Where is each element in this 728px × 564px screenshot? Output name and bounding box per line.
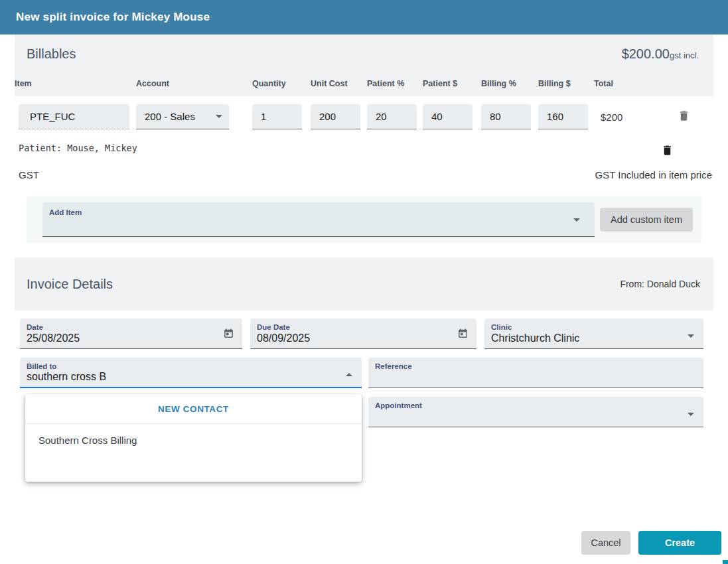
create-button[interactable]: Create [638, 531, 721, 555]
modal-title: New split invoice for Mickey Mouse [16, 11, 210, 24]
chevron-down-icon [216, 115, 222, 118]
calendar-icon[interactable] [457, 328, 469, 342]
modal-titlebar: New split invoice for Mickey Mouse [0, 0, 728, 35]
column-account: Account [136, 79, 252, 88]
due-date-value: 08/09/2025 [257, 332, 310, 344]
calendar-icon[interactable] [223, 328, 234, 342]
billables-section-header: Billables $200.00gst incl. Item Account … [15, 35, 713, 96]
patient-pct-input[interactable] [367, 104, 417, 129]
add-item-label: Add Item [49, 208, 82, 216]
chevron-down-icon [688, 334, 694, 338]
invoice-details-header: Invoice Details From: Donald Duck [15, 257, 713, 311]
patient-row: Patient: Mouse, Mickey [15, 129, 713, 160]
delete-split-button[interactable] [660, 143, 675, 160]
new-contact-button[interactable]: NEW CONTACT [25, 394, 362, 424]
column-quantity: Quantity [252, 79, 311, 88]
gst-label: GST [19, 169, 39, 180]
patient-label: Patient: Mouse, Mickey [19, 143, 137, 153]
background-corner-fragment [723, 560, 728, 564]
invoice-details-title: Invoice Details [27, 277, 113, 292]
due-date-field[interactable]: Due Date 08/09/2025 [250, 318, 476, 349]
total-amount: $200.00 [622, 46, 670, 61]
cancel-button[interactable]: Cancel [581, 531, 630, 555]
billing-pct-input[interactable] [481, 104, 531, 129]
quantity-input[interactable] [252, 104, 302, 129]
chevron-down-icon [688, 413, 694, 416]
add-item-bar: Add Item Add custom item [27, 196, 701, 243]
billed-to-value: southern cross B [27, 371, 106, 383]
trash-icon [661, 149, 674, 159]
due-date-label: Due Date [257, 323, 290, 331]
date-value: 25/08/2025 [27, 332, 80, 344]
billed-to-dropdown: NEW CONTACT Southern Cross Billing [25, 394, 362, 482]
account-select[interactable]: 200 - Sales [136, 104, 229, 129]
billables-column-headers: Item Account Quantity Unit Cost Patient … [15, 62, 713, 96]
column-item: Item [15, 79, 136, 88]
total-gst-suffix: gst incl. [670, 50, 699, 60]
add-custom-item-button[interactable]: Add custom item [600, 208, 693, 232]
appointment-select[interactable]: Appointment [368, 397, 703, 427]
column-patient-amt: Patient $ [423, 79, 481, 88]
unit-cost-input[interactable] [311, 104, 360, 129]
add-item-select[interactable]: Add Item [42, 202, 595, 237]
modal-footer: Cancel Create [581, 531, 721, 555]
invoice-details-form: Date 25/08/2025 Due Date 08/09/2025 Clin… [20, 318, 703, 427]
date-field[interactable]: Date 25/08/2025 [20, 318, 242, 349]
item-code-input[interactable] [19, 104, 129, 129]
appointment-label: Appointment [375, 401, 422, 409]
column-total: Total [594, 79, 654, 88]
clinic-select[interactable]: Clinic Christchurch Clinic [484, 318, 703, 349]
dropdown-option[interactable]: Southern Cross Billing [25, 424, 362, 446]
billed-to-field[interactable]: Billed to southern cross B [20, 358, 362, 388]
billables-title: Billables [27, 46, 76, 62]
clinic-label: Clinic [491, 323, 512, 331]
billed-to-wrapper: Billed to southern cross B NEW CONTACT S… [20, 358, 362, 388]
split-invoice-modal: New split invoice for Mickey Mouse Billa… [0, 0, 728, 564]
account-select-value: 200 - Sales [145, 111, 195, 122]
column-patient-pct: Patient % [367, 79, 423, 88]
billable-item-row: 200 - Sales $200 [15, 96, 713, 129]
column-billing-pct: Billing % [481, 79, 538, 88]
billing-amt-input[interactable] [538, 104, 588, 129]
column-billing-amt: Billing $ [538, 79, 594, 88]
billed-to-label: Billed to [27, 362, 56, 370]
chevron-up-icon [346, 373, 352, 376]
reference-field[interactable]: Reference [368, 358, 703, 388]
invoice-from: From: Donald Duck [620, 279, 700, 289]
gst-row: GST GST Included in item price [15, 160, 713, 180]
column-unit-cost: Unit Cost [311, 79, 367, 88]
chevron-down-icon [573, 218, 580, 222]
reference-label: Reference [375, 362, 412, 370]
trash-icon [678, 114, 690, 124]
gst-value: GST Included in item price [595, 169, 712, 180]
row-total: $200 [594, 111, 654, 123]
patient-amt-input[interactable] [423, 104, 473, 129]
date-label: Date [27, 323, 43, 331]
delete-item-button[interactable] [676, 108, 692, 125]
billables-total: $200.00gst incl. [622, 46, 701, 62]
clinic-value: Christchurch Clinic [491, 332, 579, 344]
